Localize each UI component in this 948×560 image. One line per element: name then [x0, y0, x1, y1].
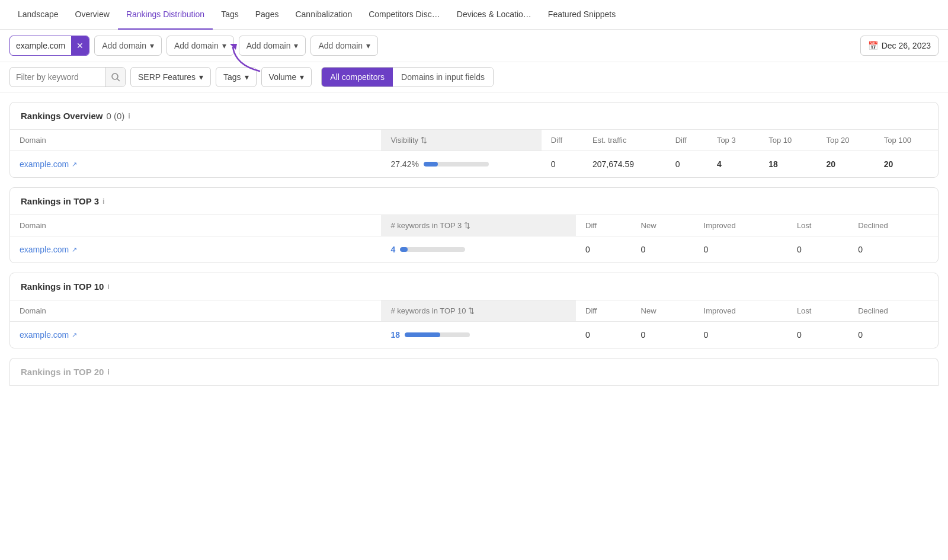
- rankings-overview-section: Rankings Overview 0 (0) i Domain Visibil…: [9, 102, 939, 178]
- nav-cannibalization[interactable]: Cannibalization: [287, 0, 360, 30]
- domains-in-input-fields-button[interactable]: Domains in input fields: [393, 68, 493, 87]
- col-improved: Improved: [694, 215, 787, 236]
- cell-top3[interactable]: 4: [707, 151, 759, 178]
- add-domain-button-2[interactable]: Add domain ▾: [166, 36, 234, 56]
- col-diff: Diff: [576, 300, 632, 322]
- col-visibility[interactable]: Visibility ⇅: [381, 130, 541, 151]
- toolbar: example.com ✕ Add domain ▾ Add domain ▾ …: [0, 30, 948, 62]
- add-domain-button-3[interactable]: Add domain ▾: [239, 36, 306, 56]
- col-keywords-top10[interactable]: # keywords in TOP 10 ⇅: [381, 300, 576, 322]
- col-top10: Top 10: [759, 130, 816, 151]
- cell-keywords: 4: [381, 236, 576, 263]
- keyword-filter-input[interactable]: [10, 72, 105, 82]
- col-top3: Top 3: [707, 130, 759, 151]
- cell-improved: 0: [694, 236, 787, 263]
- cell-top10[interactable]: 18: [759, 151, 816, 178]
- cell-domain: example.com ↗: [10, 151, 381, 178]
- col-declined: Declined: [848, 300, 938, 322]
- cell-top100[interactable]: 20: [875, 151, 938, 178]
- nav-tags[interactable]: Tags: [213, 0, 247, 30]
- col-keywords-top3[interactable]: # keywords in TOP 3 ⇅: [381, 215, 576, 236]
- col-new: New: [632, 215, 694, 236]
- domain-value: example.com: [10, 41, 71, 50]
- volume-dropdown[interactable]: Volume ▾: [261, 67, 312, 87]
- keyword-search-button[interactable]: [105, 67, 125, 87]
- nav-pages[interactable]: Pages: [247, 0, 287, 30]
- keywords-bar-fill: [405, 332, 441, 337]
- cell-diff: 0: [576, 322, 632, 348]
- chevron-down-icon: ▾: [300, 72, 304, 82]
- svg-line-2: [117, 79, 120, 81]
- nav-landscape[interactable]: Landscape: [9, 0, 67, 30]
- filter-row: SERP Features ▾ Tags ▾ Volume ▾ All comp…: [0, 62, 948, 92]
- col-domain: Domain: [10, 215, 381, 236]
- visibility-bar-bg: [424, 162, 489, 167]
- keywords-bar-fill: [400, 247, 408, 252]
- add-domain-button-1[interactable]: Add domain ▾: [94, 36, 162, 56]
- cell-diff1: 0: [542, 151, 583, 178]
- rankings-top10-title: Rankings in TOP 10: [21, 281, 104, 292]
- nav-overview[interactable]: Overview: [67, 0, 118, 30]
- external-link-icon: ↗: [72, 331, 77, 339]
- col-lost: Lost: [787, 215, 848, 236]
- nav-rankings-distribution[interactable]: Rankings Distribution: [118, 0, 213, 30]
- sort-icon: ⇅: [421, 136, 427, 145]
- add-domain-button-4[interactable]: Add domain ▾: [310, 36, 378, 56]
- external-link-icon: ↗: [72, 161, 77, 168]
- visibility-bar-fill: [424, 162, 438, 167]
- rankings-overview-info[interactable]: i: [128, 111, 130, 120]
- col-domain: Domain: [10, 130, 381, 151]
- cell-declined: 0: [848, 236, 938, 263]
- domain-link[interactable]: example.com ↗: [20, 159, 371, 169]
- table-row: example.com ↗ 27.42%: [10, 151, 938, 178]
- rankings-top20-title: Rankings in TOP 20: [21, 367, 104, 377]
- external-link-icon: ↗: [72, 246, 77, 254]
- chevron-down-icon: ▾: [366, 41, 370, 50]
- date-label: Dec 26, 2023: [882, 41, 931, 50]
- keyword-filter-wrap: [9, 67, 126, 87]
- cell-domain: example.com ↗: [10, 236, 381, 263]
- rankings-top10-table: Domain # keywords in TOP 10 ⇅ Diff New I…: [10, 300, 938, 348]
- rankings-top3-table: Domain # keywords in TOP 3 ⇅ Diff New Im…: [10, 215, 938, 263]
- cell-keywords: 18: [381, 322, 576, 348]
- col-new: New: [632, 300, 694, 322]
- col-diff: Diff: [576, 215, 632, 236]
- rankings-overview-table: Domain Visibility ⇅ Diff Est. traffic Di…: [10, 130, 938, 177]
- cell-diff: 0: [576, 236, 632, 263]
- domain-link[interactable]: example.com ↗: [20, 330, 371, 340]
- nav-devices-location[interactable]: Devices & Locatio…: [449, 0, 540, 30]
- cell-declined: 0: [848, 322, 938, 348]
- col-top20: Top 20: [817, 130, 875, 151]
- sort-icon: ⇅: [464, 221, 470, 230]
- rankings-top10-info[interactable]: i: [107, 282, 110, 291]
- rankings-top20-info[interactable]: i: [107, 367, 110, 376]
- serp-features-dropdown[interactable]: SERP Features ▾: [130, 67, 211, 87]
- rankings-top20-header: Rankings in TOP 20 i: [10, 359, 938, 386]
- cell-est-traffic: 207,674.59: [583, 151, 666, 178]
- col-lost: Lost: [787, 300, 848, 322]
- keywords-bar-bg: [405, 332, 470, 337]
- chevron-down-icon: ▾: [150, 41, 154, 50]
- tags-dropdown[interactable]: Tags ▾: [216, 67, 257, 87]
- cell-diff2: 0: [666, 151, 707, 178]
- col-diff1: Diff: [542, 130, 583, 151]
- rankings-overview-count: 0 (0): [106, 111, 124, 121]
- col-domain: Domain: [10, 300, 381, 322]
- nav-competitors-disc[interactable]: Competitors Disc…: [360, 0, 449, 30]
- competitors-toggle-group: All competitors Domains in input fields: [321, 67, 494, 87]
- col-top100: Top 100: [875, 130, 938, 151]
- cell-lost: 0: [787, 236, 848, 263]
- cell-top20[interactable]: 20: [817, 151, 875, 178]
- all-competitors-button[interactable]: All competitors: [322, 68, 393, 87]
- rankings-top3-title: Rankings in TOP 3: [21, 196, 99, 206]
- nav-featured-snippets[interactable]: Featured Snippets: [540, 0, 624, 30]
- domain-link[interactable]: example.com ↗: [20, 245, 371, 254]
- table-row: example.com ↗ 4 0: [10, 236, 938, 263]
- remove-domain-button[interactable]: ✕: [71, 36, 89, 55]
- date-picker-button[interactable]: 📅 Dec 26, 2023: [860, 36, 939, 56]
- chevron-down-icon: ▾: [294, 41, 298, 50]
- cell-improved: 0: [694, 322, 787, 348]
- chevron-down-icon: ▾: [245, 72, 249, 82]
- main-content: Rankings Overview 0 (0) i Domain Visibil…: [0, 92, 948, 405]
- rankings-top3-info[interactable]: i: [103, 197, 105, 206]
